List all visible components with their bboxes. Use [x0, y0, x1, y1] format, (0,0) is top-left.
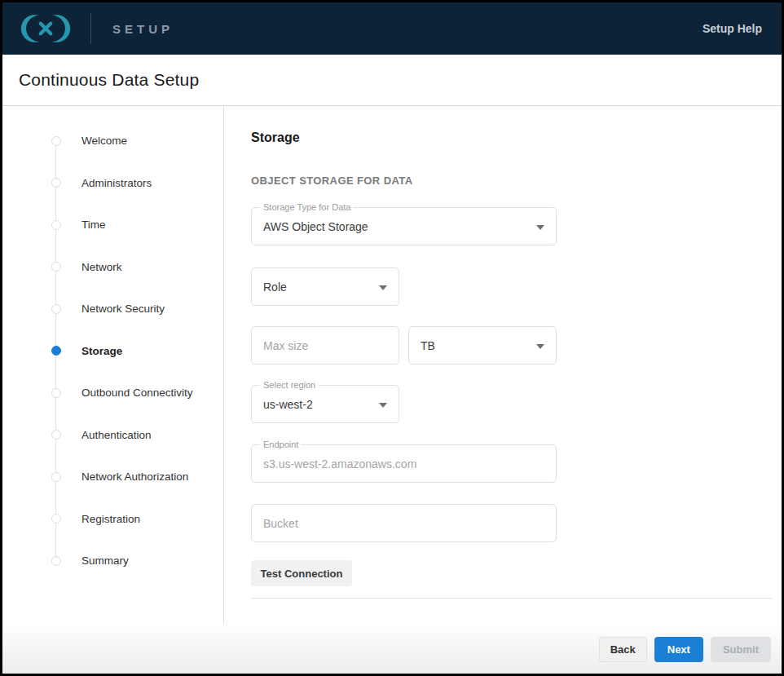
step-label: Registration	[81, 513, 140, 525]
setup-help-link[interactable]: Setup Help	[703, 22, 762, 35]
step-label: Summary	[81, 554, 129, 567]
app-header: SETUP Setup Help	[2, 2, 782, 55]
storage-type-label: Storage Type for Data	[260, 202, 354, 213]
header-divider	[90, 13, 91, 44]
brand-text: SETUP	[112, 22, 174, 36]
step-label: Administrators	[81, 177, 152, 189]
step-authentication[interactable]: Authentication	[2, 414, 223, 457]
region-label: Select region	[260, 380, 319, 391]
step-dot-active	[51, 346, 61, 356]
stepper-sidebar: Welcome Administrators Time Network Netw…	[2, 106, 224, 625]
endpoint-field: Endpoint s3.us-west-2.amazonaws.com	[251, 444, 557, 483]
step-dot	[51, 220, 61, 230]
step-welcome[interactable]: Welcome	[2, 120, 223, 162]
step-administrators[interactable]: Administrators	[2, 162, 223, 205]
wizard-footer: Back Next Submit	[2, 625, 782, 674]
step-registration[interactable]: Registration	[2, 498, 223, 541]
step-label: Storage	[81, 345, 122, 357]
step-label: Network Authorization	[81, 471, 188, 483]
submit-button[interactable]: Submit	[711, 637, 771, 662]
storage-type-value: AWS Object Storage	[263, 220, 368, 233]
max-size-field	[251, 326, 399, 365]
step-dot	[51, 304, 61, 314]
chevron-down-icon	[536, 344, 544, 349]
step-dot	[51, 262, 61, 272]
step-outbound-connectivity[interactable]: Outbound Connectivity	[2, 372, 223, 414]
step-label: Network Security	[81, 303, 165, 315]
step-dot	[51, 430, 61, 440]
unit-value: TB	[421, 339, 435, 352]
stepper: Welcome Administrators Time Network Netw…	[2, 120, 223, 582]
chevron-down-icon	[379, 285, 387, 290]
step-network[interactable]: Network	[2, 246, 223, 289]
object-storage-section-label: OBJECT STORAGE FOR DATA	[251, 175, 772, 187]
back-button[interactable]: Back	[599, 637, 647, 662]
step-dot	[51, 136, 61, 146]
step-label: Network	[81, 261, 122, 273]
step-label: Authentication	[81, 429, 152, 441]
step-network-authorization[interactable]: Network Authorization	[2, 456, 223, 498]
test-connection-button[interactable]: Test Connection	[251, 560, 352, 586]
step-storage[interactable]: Storage	[2, 330, 223, 373]
title-bar: Continuous Data Setup	[2, 55, 782, 106]
endpoint-label: Endpoint	[260, 440, 302, 450]
next-button[interactable]: Next	[654, 637, 703, 662]
storage-heading: Storage	[251, 130, 772, 145]
delphix-logo-icon	[20, 12, 71, 45]
role-select[interactable]: Role	[251, 267, 399, 306]
step-label: Time	[81, 219, 106, 231]
step-dot	[51, 472, 61, 482]
step-dot	[51, 388, 61, 398]
form-divider	[251, 598, 772, 599]
step-label: Welcome	[81, 135, 127, 147]
setup-wizard-window: SETUP Setup Help Continuous Data Setup W…	[0, 0, 784, 676]
role-value: Role	[263, 281, 287, 294]
unit-select[interactable]: TB	[408, 326, 557, 365]
step-label: Outbound Connectivity	[81, 387, 193, 399]
page-title: Continuous Data Setup	[19, 70, 199, 90]
storage-form-panel: Storage OBJECT STORAGE FOR DATA Storage …	[224, 106, 782, 625]
max-size-input[interactable]	[263, 339, 387, 352]
step-network-security[interactable]: Network Security	[2, 288, 223, 330]
chevron-down-icon	[379, 403, 387, 408]
bucket-field	[251, 504, 557, 542]
region-select[interactable]: Select region us-west-2	[251, 385, 399, 423]
storage-type-select[interactable]: Storage Type for Data AWS Object Storage	[251, 207, 557, 245]
bucket-input[interactable]	[263, 517, 544, 530]
step-dot	[51, 178, 61, 188]
step-time[interactable]: Time	[2, 204, 223, 246]
step-dot	[51, 514, 61, 524]
chevron-down-icon	[536, 225, 544, 230]
region-value: us-west-2	[263, 398, 313, 411]
endpoint-value: s3.us-west-2.amazonaws.com	[263, 457, 416, 471]
step-dot	[51, 556, 61, 566]
step-summary[interactable]: Summary	[2, 540, 223, 582]
